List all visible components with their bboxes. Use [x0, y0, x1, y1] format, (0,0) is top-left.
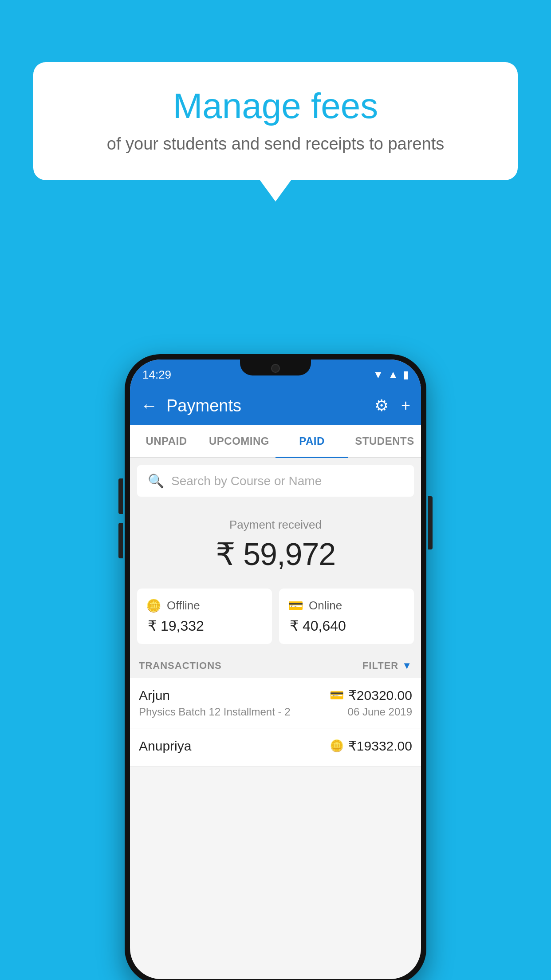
- transaction-amount: ₹20320.00: [348, 688, 412, 703]
- transaction-row[interactable]: Anupriya 🪙 ₹19332.00: [130, 728, 421, 767]
- search-icon: 🔍: [148, 473, 164, 489]
- payment-cards-row: 🪙 Offline ₹ 19,332 💳 Online ₹ 40,640: [130, 581, 421, 653]
- offline-label: Offline: [167, 599, 200, 612]
- add-button[interactable]: +: [401, 396, 410, 415]
- app-title: Payments: [166, 396, 366, 415]
- tab-students[interactable]: STUDENTS: [348, 425, 421, 457]
- status-icons: ▼ ▲ ▮: [373, 368, 409, 381]
- offline-payment-card: 🪙 Offline ₹ 19,332: [137, 589, 272, 644]
- card-payment-icon: 💳: [330, 688, 344, 702]
- online-icon: 💳: [288, 598, 303, 613]
- search-bar[interactable]: 🔍 Search by Course or Name: [137, 465, 414, 497]
- search-input[interactable]: Search by Course or Name: [171, 474, 322, 488]
- battery-icon: ▮: [403, 368, 409, 381]
- offline-icon: 🪙: [146, 598, 161, 613]
- front-camera: [271, 364, 280, 373]
- transaction-bottom: Physics Batch 12 Installment - 2 06 June…: [139, 706, 412, 718]
- signal-icon: ▲: [388, 368, 398, 381]
- bubble-title: Manage fees: [60, 87, 491, 126]
- transactions-header: TRANSACTIONS FILTER ▼: [130, 653, 421, 678]
- phone-screen: 14:29 ▼ ▲ ▮ ← Payments ⚙ + UNPAID UPCOMI…: [130, 360, 421, 979]
- transaction-amount-wrap: 💳 ₹20320.00: [330, 688, 412, 703]
- volume-down-button: [118, 523, 123, 558]
- transaction-amount: ₹19332.00: [348, 738, 412, 754]
- transaction-amount-wrap: 🪙 ₹19332.00: [330, 738, 412, 754]
- online-payment-card: 💳 Online ₹ 40,640: [279, 589, 414, 644]
- status-time: 14:29: [142, 368, 171, 382]
- online-card-header: 💳 Online: [288, 598, 342, 613]
- payment-received-section: Payment received ₹ 59,972: [130, 504, 421, 581]
- filter-button[interactable]: FILTER ▼: [362, 660, 412, 672]
- transaction-top: Arjun 💳 ₹20320.00: [139, 688, 412, 703]
- transactions-label: TRANSACTIONS: [139, 660, 222, 672]
- tab-upcoming[interactable]: UPCOMING: [203, 425, 276, 457]
- transaction-date: 06 June 2019: [348, 706, 412, 718]
- back-button[interactable]: ←: [141, 396, 157, 415]
- transaction-name: Anupriya: [139, 739, 191, 754]
- filter-icon: ▼: [402, 660, 412, 672]
- tab-unpaid[interactable]: UNPAID: [130, 425, 203, 457]
- phone-frame: 14:29 ▼ ▲ ▮ ← Payments ⚙ + UNPAID UPCOMI…: [125, 354, 426, 980]
- online-amount: ₹ 40,640: [288, 617, 346, 634]
- online-label: Online: [309, 599, 342, 612]
- tabs-container: UNPAID UPCOMING PAID STUDENTS: [130, 425, 421, 458]
- payment-amount: ₹ 59,972: [139, 536, 412, 573]
- speech-bubble-container: Manage fees of your students and send re…: [33, 62, 518, 180]
- transaction-row[interactable]: Arjun 💳 ₹20320.00 Physics Batch 12 Insta…: [130, 678, 421, 728]
- tab-paid[interactable]: PAID: [276, 425, 348, 457]
- transaction-course: Physics Batch 12 Installment - 2: [139, 706, 290, 718]
- offline-card-header: 🪙 Offline: [146, 598, 200, 613]
- content-area: 🔍 Search by Course or Name Payment recei…: [130, 458, 421, 767]
- volume-up-button: [118, 478, 123, 514]
- speech-bubble: Manage fees of your students and send re…: [33, 62, 518, 180]
- app-bar: ← Payments ⚙ +: [130, 386, 421, 425]
- wifi-icon: ▼: [373, 368, 383, 381]
- transaction-name: Arjun: [139, 688, 170, 703]
- phone-notch: [240, 360, 311, 375]
- cash-payment-icon: 🪙: [330, 739, 344, 753]
- settings-button[interactable]: ⚙: [374, 396, 389, 415]
- transaction-top: Anupriya 🪙 ₹19332.00: [139, 738, 412, 754]
- app-bar-actions: ⚙ +: [374, 396, 410, 415]
- offline-amount: ₹ 19,332: [146, 617, 204, 634]
- power-button: [428, 496, 433, 549]
- bubble-subtitle: of your students and send receipts to pa…: [60, 134, 491, 154]
- payment-received-label: Payment received: [139, 518, 412, 532]
